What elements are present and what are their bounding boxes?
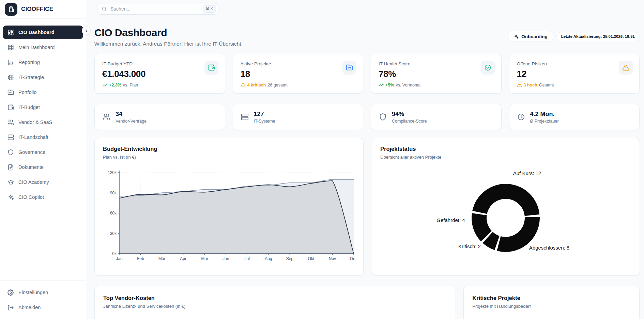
kpi-delta-value: 4 kritisch <box>247 83 266 87</box>
sidebar-item-governance[interactable]: Governance <box>3 145 83 159</box>
shield-icon <box>379 113 387 121</box>
clock-icon <box>517 113 525 121</box>
search-box[interactable]: ⌘ K <box>97 3 218 15</box>
svg-text:Nov: Nov <box>329 256 336 261</box>
sidebar-item-abmelden[interactable]: Abmelden <box>3 301 83 314</box>
header-actions: Onboarding Letzte Aktualisierung: 25.01.… <box>508 31 640 42</box>
dashboard-icon <box>7 29 14 36</box>
sidebar-item-label: Einstellungen <box>18 290 48 295</box>
kpi-value: 18 <box>241 69 356 79</box>
sidebar-item-label: IT-Budget <box>18 105 40 110</box>
sidebar-item-label: Reporting <box>18 60 40 65</box>
search-input[interactable] <box>110 6 199 12</box>
stat-value: 4.2 Mon. <box>530 111 559 118</box>
kpi-card-offene-risiken: Offene Risiken 12 3 hoch Gesamt <box>509 54 640 94</box>
sidebar-item-label: CIO Dashboard <box>18 30 55 35</box>
kpi-row: IT-Budget YTD €1.043.000 +2.3% vs. Plan … <box>94 54 640 94</box>
page-subtitle: Willkommen zurück, Andreas Pörtner! Hier… <box>94 41 243 47</box>
svg-text:Dez: Dez <box>350 256 355 261</box>
sidebar-item-label: Portfolio <box>18 90 36 95</box>
target-icon <box>7 74 14 81</box>
stat-value: 94% <box>392 111 427 118</box>
kpi-label: Aktive Projekte <box>241 61 356 66</box>
stat-card-compliance: 94% Compliance-Score <box>371 104 502 130</box>
chart-title: Budget-Entwicklung <box>103 146 355 152</box>
sidebar-item-cio-copilot[interactable]: CIO Copilot <box>3 190 83 204</box>
sidebar-item-label: Dokumente <box>18 164 44 170</box>
kpi-delta-suffix: vs. Vormonat <box>396 83 420 87</box>
trending-up-icon <box>379 82 384 87</box>
svg-text:Jun: Jun <box>223 256 229 261</box>
kpi-delta-value: +2.3% <box>109 83 121 87</box>
sidebar-item-label: Abmelden <box>18 305 41 310</box>
sidebar-item-it-landschaft[interactable]: IT-Landschaft <box>3 130 83 144</box>
content: CIO Dashboard Willkommen zurück, Andreas… <box>86 18 644 319</box>
sidebar-item-mein-dashboard[interactable]: Mein Dashboard <box>3 41 83 54</box>
card-subtitle: Projekte mit Handlungsbedarf <box>472 304 631 309</box>
bar-chart-icon <box>7 59 14 66</box>
card-subtitle: Jährliche Lizenz- und Servicekosten (in … <box>103 304 446 309</box>
chart-subtitle: Plan vs. Ist (in €) <box>103 155 355 160</box>
bottom-row: Top Vendor-Kosten Jährliche Lizenz- und … <box>94 286 640 319</box>
chevron-left-icon <box>84 29 89 33</box>
gear-icon <box>7 289 14 296</box>
sidebar-item-label: Mein Dashboard <box>18 45 55 50</box>
sidebar-item-vendor-saas[interactable]: Vendor & SaaS <box>3 115 83 129</box>
kpi-delta-value: +5% <box>385 83 394 87</box>
shield-icon <box>7 149 14 156</box>
kpi-delta-suffix: 26 gesamt <box>267 83 287 87</box>
onboarding-button[interactable]: Onboarding <box>508 31 553 42</box>
sidebar: CIOOFFICE CIO Dashboard Mein Dashboard R… <box>0 0 86 319</box>
alert-triangle-icon <box>517 82 522 87</box>
sidebar-item-reporting[interactable]: Reporting <box>3 55 83 69</box>
page-title: CIO Dashboard <box>94 26 243 39</box>
kpi-value: 12 <box>517 69 632 79</box>
svg-text:Abgeschlossen: 8: Abgeschlossen: 8 <box>529 245 569 251</box>
building-icon <box>5 3 17 16</box>
users-icon <box>103 113 110 121</box>
kpi-label: Offene Risiken <box>517 61 632 66</box>
svg-text:Jan: Jan <box>116 256 122 261</box>
svg-text:Aug: Aug <box>265 256 272 261</box>
sidebar-item-einstellungen[interactable]: Einstellungen <box>3 286 83 299</box>
svg-text:Feb: Feb <box>137 256 144 261</box>
sidebar-item-it-strategie[interactable]: IT-Strategie <box>3 70 83 84</box>
sidebar-item-cio-academy[interactable]: CIO Academy <box>3 175 83 189</box>
stat-card-it-systeme: 127 IT-Systeme <box>233 104 364 130</box>
stat-label: Compliance-Score <box>392 119 427 124</box>
stat-row: 34 Vendor-Verträge 127 IT-Systeme 94% <box>94 104 640 130</box>
sparkles-icon <box>513 34 519 39</box>
svg-text:Kritisch: 2: Kritisch: 2 <box>458 243 481 249</box>
sidebar-collapse-button[interactable] <box>82 26 91 35</box>
sidebar-footer: Einstellungen Abmelden <box>0 281 86 319</box>
sidebar-item-label: Governance <box>18 149 45 155</box>
sidebar-item-portfolio[interactable]: Portfolio <box>3 85 83 99</box>
sidebar-item-cio-dashboard[interactable]: CIO Dashboard <box>3 26 83 39</box>
sparkles-icon <box>7 194 14 201</box>
kpi-delta-suffix: Gesamt <box>539 83 554 87</box>
sidebar-item-label: Vendor & SaaS <box>18 119 52 125</box>
sidebar-item-dokumente[interactable]: Dokumente <box>3 160 83 174</box>
budget-chart-card: Budget-Entwicklung Plan vs. Ist (in €) 0… <box>94 138 364 276</box>
svg-text:Apr: Apr <box>180 256 186 261</box>
main-area: ⌘ K CIO Dashboard Willkommen zurück, And… <box>86 0 644 319</box>
brand-name: CIOOFFICE <box>21 6 53 13</box>
sidebar-item-it-budget[interactable]: IT-Budget <box>3 100 83 114</box>
kpi-delta-suffix: vs. Plan <box>123 83 138 87</box>
svg-text:Okt: Okt <box>308 256 315 261</box>
stat-card-vendor-vertraege: 34 Vendor-Verträge <box>94 104 225 130</box>
kpi-label: IT Health Score <box>379 61 494 66</box>
stat-value: 34 <box>116 111 147 118</box>
vendor-kosten-card: Top Vendor-Kosten Jährliche Lizenz- und … <box>94 286 455 319</box>
app-root: CIOOFFICE CIO Dashboard Mein Dashboard R… <box>0 0 644 319</box>
kpi-delta-value: 3 hoch <box>524 83 537 87</box>
folder-kanban-icon <box>7 89 14 96</box>
onboarding-label: Onboarding <box>521 34 548 39</box>
graduation-cap-icon <box>7 179 14 186</box>
kpi-card-it-budget: IT-Budget YTD €1.043.000 +2.3% vs. Plan <box>94 54 225 94</box>
brand-logo: CIOOFFICE <box>0 0 86 19</box>
stat-value: 127 <box>254 111 275 118</box>
wallet-icon <box>7 104 14 111</box>
stat-card-projektdauer: 4.2 Mon. Ø Projektdauer <box>509 104 640 130</box>
sidebar-item-label: CIO Academy <box>18 179 49 185</box>
